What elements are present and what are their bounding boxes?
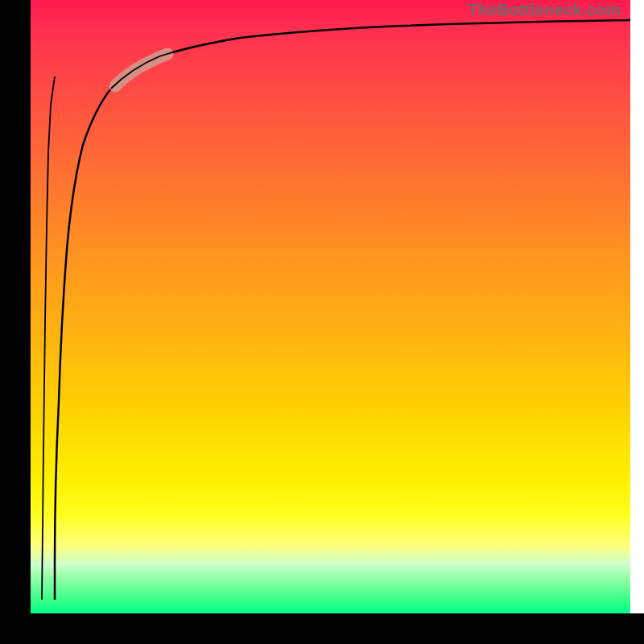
- chart-container: TheBottleneck.com: [0, 0, 644, 644]
- plot-area: TheBottleneck.com: [31, 0, 630, 613]
- curve-overlay: [111, 38, 240, 89]
- highlight-marker: [115, 54, 167, 86]
- y-axis-bar: [0, 0, 31, 644]
- curve-main: [55, 20, 630, 600]
- chart-svg: [31, 0, 630, 613]
- x-axis-bar: [0, 613, 644, 644]
- curve-down-stroke: [42, 76, 55, 600]
